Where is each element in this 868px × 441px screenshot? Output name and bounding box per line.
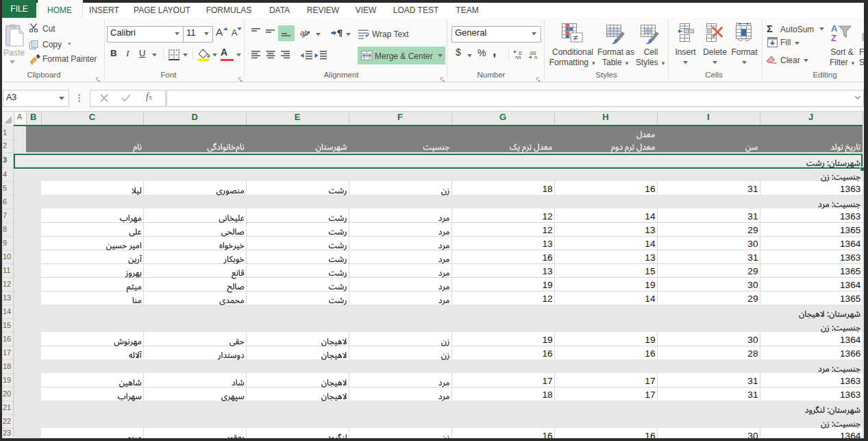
svg-text:≠: ≠ [573,33,578,43]
svg-text:Z: Z [831,33,836,43]
svg-text:Copy: Copy [42,40,62,49]
svg-text:Cut: Cut [42,24,55,34]
svg-text:Format Painter: Format Painter [42,54,97,64]
svg-text:A: A [831,24,838,34]
